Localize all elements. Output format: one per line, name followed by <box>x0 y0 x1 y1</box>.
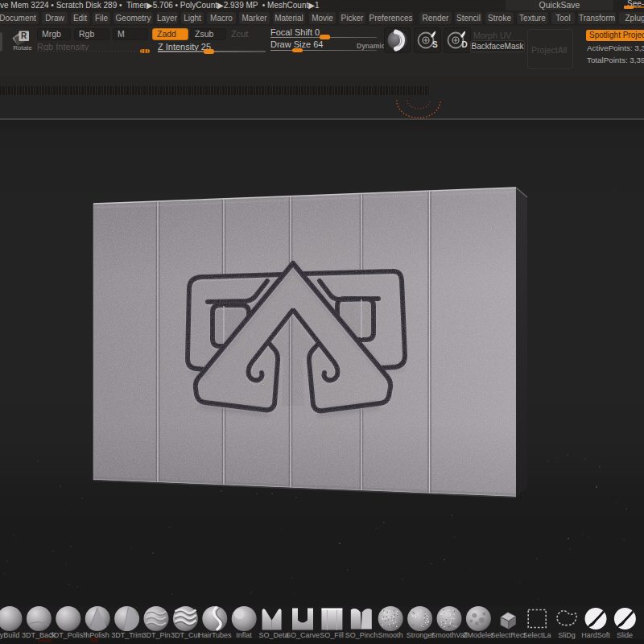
svg-text:R: R <box>21 31 27 40</box>
svg-text:S: S <box>432 40 438 49</box>
svg-text:Rotate: Rotate <box>13 44 32 52</box>
svg-text:D: D <box>462 40 468 49</box>
